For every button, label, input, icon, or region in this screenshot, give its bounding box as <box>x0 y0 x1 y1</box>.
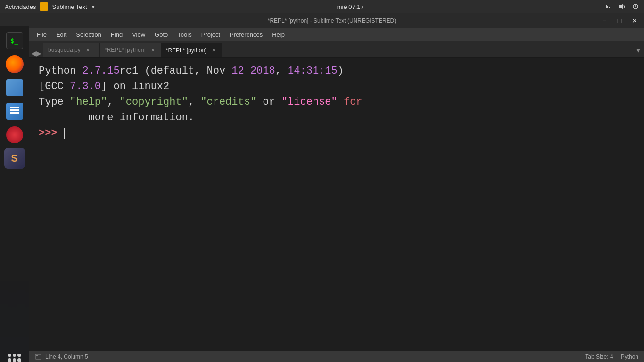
tab-close-repl1[interactable]: ✕ <box>149 47 156 53</box>
svg-rect-8 <box>36 355 38 356</box>
activities-button[interactable]: Actividades <box>5 3 36 10</box>
dock-sublime[interactable]: S <box>4 148 25 169</box>
volume-icon[interactable] <box>619 3 626 10</box>
maximize-button[interactable]: □ <box>612 14 627 27</box>
status-right: Tab Size: 4 Python <box>585 354 638 360</box>
tab-close-busqueda[interactable]: ✕ <box>84 47 91 53</box>
repl-line-4: more information. <box>39 110 635 125</box>
cursor <box>64 128 65 139</box>
firefox-icon <box>6 55 24 73</box>
sublime-icon: S <box>4 148 25 169</box>
tab-close-repl2[interactable]: ✕ <box>210 47 217 54</box>
tab-size-label[interactable]: Tab Size: 4 <box>585 354 613 360</box>
menu-project[interactable]: Project <box>198 30 224 39</box>
writer-icon <box>6 103 23 120</box>
svg-marker-4 <box>619 4 623 9</box>
system-bar: Actividades Sublime Text ▼ mié 07:17 <box>0 0 644 13</box>
tab-bar: ◀▶ busqueda.py ✕ *REPL* [python] ✕ *REPL… <box>29 41 644 58</box>
svg-rect-3 <box>610 8 611 8</box>
network-icon[interactable] <box>605 3 613 10</box>
window-title: *REPL* [python] - Sublime Text (UNREGIST… <box>67 17 597 24</box>
status-bar: Line 4, Column 5 Tab Size: 4 Python <box>29 351 644 362</box>
editor-area[interactable]: Python 2.7.15rc1 (default, Nov 12 2018, … <box>29 58 644 351</box>
dock-writer[interactable] <box>4 101 25 122</box>
repl-line-2: [GCC 7.3.0] on linux2 <box>39 79 635 94</box>
app-icon <box>40 2 48 11</box>
repl-prompt-line: >>> <box>39 125 635 141</box>
cursor-position: Line 4, Column 5 <box>45 354 88 360</box>
menu-help[interactable]: Help <box>268 30 289 39</box>
dropdown-arrow[interactable]: ▼ <box>91 4 96 9</box>
app-layout: $_ S <box>0 13 644 362</box>
close-button[interactable]: ✕ <box>627 14 642 27</box>
svg-rect-1 <box>607 6 608 8</box>
menu-find[interactable]: Find <box>107 30 126 39</box>
tab-repl-1[interactable]: *REPL* [python] ✕ <box>100 43 161 57</box>
power-icon[interactable] <box>632 3 639 10</box>
files-icon <box>6 79 23 96</box>
status-left: Line 4, Column 5 <box>35 354 88 360</box>
system-clock: mié 07:17 <box>337 3 364 10</box>
menu-tools[interactable]: Tools <box>173 30 195 39</box>
tab-label: *REPL* [python] <box>105 47 146 53</box>
system-bar-left: Actividades Sublime Text ▼ <box>5 2 96 11</box>
repl-line-3: Type "help", "copyright", "credits" or "… <box>39 94 635 110</box>
tab-repl-2[interactable]: *REPL* [python] ✕ <box>161 43 223 57</box>
terminal-icon: $_ <box>6 32 23 49</box>
tab-nav-prev[interactable]: ◀▶ <box>29 49 43 57</box>
dock-apps[interactable] <box>4 350 25 362</box>
repl-line-1: Python 2.7.15rc1 (default, Nov 12 2018, … <box>39 63 635 79</box>
title-bar: *REPL* [python] - Sublime Text (UNREGIST… <box>29 13 644 28</box>
dock-firefox[interactable] <box>4 54 25 74</box>
menu-bar: File Edit Selection Find View Goto Tools… <box>29 28 644 41</box>
menu-edit[interactable]: Edit <box>52 30 70 39</box>
language-label[interactable]: Python <box>621 354 638 360</box>
status-icon <box>35 354 41 360</box>
window-controls: − □ ✕ <box>597 14 644 27</box>
dock-terminal[interactable]: $_ <box>4 30 25 51</box>
menu-selection[interactable]: Selection <box>72 30 105 39</box>
dock: $_ S <box>0 26 29 362</box>
dock-ruby[interactable] <box>4 124 25 145</box>
minimize-button[interactable]: − <box>597 14 612 27</box>
menu-preferences[interactable]: Preferences <box>226 30 266 39</box>
tab-label: *REPL* [python] <box>166 47 207 54</box>
tab-label: busqueda.py <box>48 47 81 53</box>
svg-rect-2 <box>609 7 610 8</box>
menu-file[interactable]: File <box>33 30 50 39</box>
menu-view[interactable]: View <box>128 30 149 39</box>
svg-rect-7 <box>35 354 41 359</box>
sublime-window: *REPL* [python] - Sublime Text (UNREGIST… <box>29 13 644 362</box>
system-tray <box>605 3 639 10</box>
svg-rect-0 <box>606 5 607 8</box>
tab-overflow-button[interactable]: ▾ <box>633 43 644 57</box>
ruby-icon <box>6 126 23 143</box>
dock-files[interactable] <box>4 77 25 98</box>
tab-busqueda[interactable]: busqueda.py ✕ <box>43 43 100 57</box>
apps-grid-icon <box>6 352 23 362</box>
app-name-label[interactable]: Sublime Text <box>52 3 87 10</box>
menu-goto[interactable]: Goto <box>151 30 172 39</box>
